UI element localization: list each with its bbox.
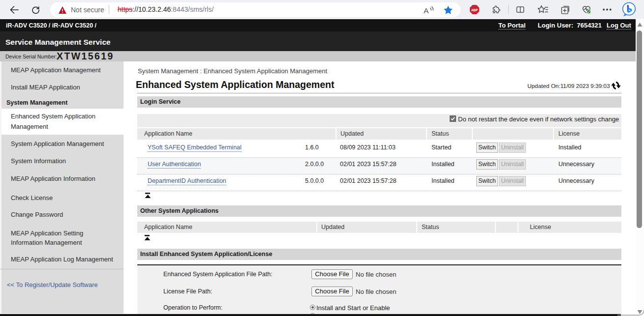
- svg-text:ABP: ABP: [471, 8, 478, 12]
- svg-text:A: A: [424, 6, 429, 15]
